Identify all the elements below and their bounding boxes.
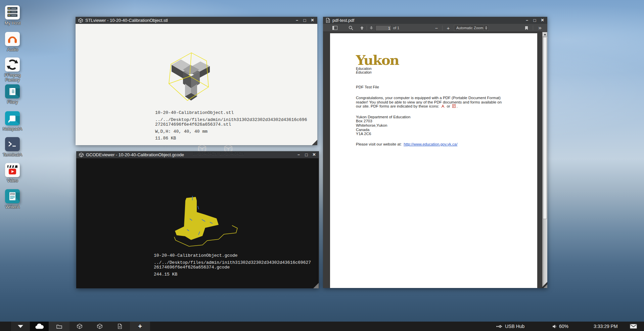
tray-clock: 3:33:29 PM	[594, 322, 618, 331]
pdf-paragraph-line: our site. PDF forms are indicated by the…	[356, 104, 537, 109]
pdf-viewer-window: pdf-test.pdf – □ ✕ of 1 −	[323, 17, 547, 288]
close-button[interactable]: ✕	[310, 17, 315, 24]
more-tools-button[interactable]: »	[536, 24, 544, 32]
stl-path-line1: ../../Desktop/files/admin/inith31302d323…	[155, 118, 307, 123]
pdf-content-area: Yukon Education Éducation PDF Test File …	[323, 32, 547, 288]
desktop-icon-writera[interactable]: WriterA	[2, 189, 23, 209]
desktop-icon-label: WriterA	[5, 205, 19, 209]
stl-window-titlebar[interactable]: STLviewer - 10-20-40-CalibrationObject.s…	[76, 17, 317, 24]
page-number-input[interactable]	[375, 25, 392, 31]
recycle-arrows-icon	[5, 57, 20, 72]
pdf-paragraph-line: reader! You should be able to view any o…	[356, 100, 537, 105]
tray-mail[interactable]	[630, 322, 637, 331]
notepad-pencil-icon	[5, 111, 20, 125]
pdf-paragraph: Congratulations, your computer is equipp…	[356, 96, 537, 109]
zoom-select[interactable]: Automatic Zoom	[454, 25, 489, 31]
taskbar-add-button[interactable]: +	[130, 322, 150, 331]
resize-grip[interactable]	[313, 283, 319, 288]
cube-icon	[78, 18, 83, 23]
stl-filename: 10-20-40-CalibrationObject.stl	[155, 111, 307, 116]
clock-label: 3:33:29 PM	[594, 324, 618, 329]
minimize-button[interactable]: –	[296, 151, 301, 158]
sidebar-toggle-button[interactable]	[331, 24, 338, 32]
pdf-toolbar: of 1 − + Automatic Zoom »	[323, 24, 547, 32]
zoom-in-button[interactable]: +	[445, 24, 452, 32]
address-line: Yukon Department of Education	[356, 115, 537, 119]
website-link[interactable]: http://www.education.gov.yk.ca/	[404, 142, 457, 146]
desktop-icon-ffmpeg-factory[interactable]: FFmpeg Factory	[2, 57, 23, 82]
desktop-icon-terminala[interactable]: TerminalA	[2, 137, 23, 157]
zoom-select-value: Automatic Zoom	[454, 26, 484, 30]
desktop-background: My Host Audio FFmpeg Factory	[0, 0, 644, 331]
window-title: GCODEviewer - 10-20-40-CalibrationObject…	[86, 152, 296, 157]
address-line: Canada	[356, 128, 537, 132]
desktop-icon-my-host[interactable]: My Host	[2, 5, 23, 26]
taskbar-menu-button[interactable]	[11, 322, 30, 331]
ghost-icon-label: 10-20-40-Ca	[192, 151, 217, 156]
minimize-button[interactable]: –	[525, 17, 529, 24]
maximize-button[interactable]: □	[304, 151, 309, 158]
scrollbar[interactable]	[542, 32, 547, 288]
pdf-address-block: Yukon Department of Education Box 2703 W…	[356, 115, 537, 136]
tray-usb[interactable]: USB Hub	[496, 322, 524, 331]
desktop-icon-notepada[interactable]: NotepadA	[2, 111, 23, 131]
desktop-icon-label: TerminalA	[3, 153, 22, 157]
close-button[interactable]: ✕	[540, 17, 545, 24]
search-icon[interactable]	[347, 24, 355, 32]
maximize-button[interactable]: □	[303, 17, 307, 24]
video-clapper-play-icon	[5, 163, 20, 177]
ghost-icon-label: 10-20-40-Ca	[219, 151, 244, 156]
envelope-icon	[630, 324, 637, 329]
desktop-icon-label: NotepadA	[3, 127, 22, 131]
plus-icon: +	[138, 323, 142, 330]
desktop-icon-video[interactable]: Video	[2, 163, 23, 183]
toolbar-divider	[533, 26, 533, 30]
taskbar-gcodeviewer-button[interactable]	[90, 322, 110, 331]
pdf-file-icon	[326, 18, 330, 23]
address-line: Y1A 2C6	[356, 132, 537, 136]
headphones-icon	[5, 32, 20, 46]
zoom-out-button[interactable]: −	[433, 24, 440, 32]
resize-grip-inner	[544, 284, 547, 288]
pdf-paragraph-line: Congratulations, your computer is equipp…	[356, 96, 537, 100]
desktop-icon-label: My Host	[4, 21, 20, 26]
pdf-window-titlebar[interactable]: pdf-test.pdf – □ ✕	[323, 17, 547, 24]
desktop-icon-filary[interactable]: Filary	[2, 84, 23, 105]
next-page-button[interactable]	[368, 24, 375, 32]
desktop-icon-label: Filary	[7, 100, 18, 105]
tray-volume[interactable]: 60%	[552, 322, 568, 331]
stl-filesize: 11.86 KB	[155, 136, 307, 141]
gcode-3d-viewport[interactable]: 10-20-40-CalibrationObject.gcode ../../D…	[76, 158, 319, 288]
acrobat-reader-icon	[441, 105, 445, 109]
resize-grip[interactable]	[312, 140, 317, 145]
desktop-icon-label: Video	[7, 178, 18, 183]
taskbar-stlviewer-button[interactable]	[70, 322, 90, 331]
address-line: Whitehorse,Yukon	[356, 123, 537, 128]
desktop-icon-audio[interactable]: Audio	[2, 32, 23, 52]
taskbar-pdfviewer-button[interactable]	[110, 322, 130, 331]
bookmark-icon[interactable]	[523, 24, 530, 32]
gcode-file-info: 10-20-40-CalibrationObject.gcode ../../D…	[154, 253, 311, 277]
scrollbar-thumb[interactable]	[543, 37, 547, 219]
minimize-button[interactable]: –	[295, 17, 299, 24]
pdf-file-icon	[118, 324, 122, 329]
pdf-page: Yukon Education Éducation PDF Test File …	[330, 33, 537, 288]
stl-path-line2: 2726174696f6e4f626a656374.stl	[155, 122, 307, 127]
maximize-button[interactable]: □	[533, 17, 537, 24]
taskbar-cloud-button[interactable]	[30, 322, 49, 331]
taskbar-file-manager-button[interactable]	[49, 322, 70, 331]
usb-label: USB Hub	[505, 324, 524, 329]
scrollbar-up-arrow[interactable]	[542, 32, 547, 37]
stl-file-info: 10-20-40-CalibrationObject.stl ../../Des…	[155, 111, 307, 141]
document-icon	[5, 189, 20, 203]
window-title: pdf-test.pdf	[332, 18, 525, 23]
close-button[interactable]: ✕	[312, 151, 316, 158]
cube-icon	[79, 153, 84, 157]
speaker-icon	[552, 324, 557, 329]
toolbar-divider	[442, 26, 443, 30]
stl-3d-viewport[interactable]: 10-20-40-CalibrationObject.stl ../../Des…	[76, 24, 317, 145]
window-title: STLviewer - 10-20-40-CalibrationObject.s…	[85, 18, 295, 23]
cube-icon	[77, 324, 82, 329]
previous-page-button[interactable]	[358, 24, 366, 32]
taskbar: + USB Hub 60% 3:33:29 PM	[0, 322, 644, 331]
